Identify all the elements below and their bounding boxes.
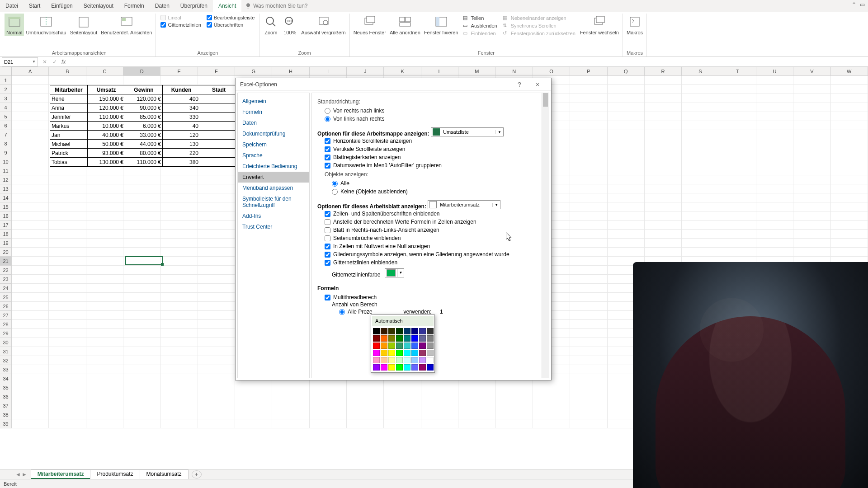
color-swatch[interactable]	[404, 335, 410, 342]
row-header-30[interactable]: 30	[0, 338, 11, 347]
col-header-E[interactable]: E	[160, 67, 198, 75]
row-header-22[interactable]: 22	[0, 266, 11, 275]
check-ws-gridlines[interactable]: Gitternetzlinien einblenden	[317, 258, 543, 267]
color-swatch[interactable]	[427, 364, 434, 371]
tell-me-search[interactable]: Was möchten Sie tun?	[241, 0, 311, 12]
color-swatch[interactable]	[388, 335, 395, 342]
options-side-allgemein[interactable]: Allgemein	[238, 96, 309, 107]
col-header-Q[interactable]: Q	[608, 67, 645, 75]
tab-seitenlayout[interactable]: Seitenlayout	[78, 0, 119, 12]
dialog-help-button[interactable]: ?	[510, 78, 528, 91]
color-swatch[interactable]	[404, 364, 410, 371]
row-header-18[interactable]: 18	[0, 230, 11, 239]
color-swatch[interactable]	[388, 328, 395, 334]
row-header-36[interactable]: 36	[0, 392, 11, 401]
check-ws-zero-values[interactable]: In Zellen mit Nullwert eine Null anzeige…	[317, 242, 543, 250]
color-swatch[interactable]	[419, 350, 426, 356]
tab-formeln[interactable]: Formeln	[119, 0, 150, 12]
col-header-S[interactable]: S	[682, 67, 719, 75]
row-header-17[interactable]: 17	[0, 221, 11, 230]
arrange-all-button[interactable]: Alle anordnen	[388, 14, 422, 36]
options-side-erleichterte-bedienung[interactable]: Erleichterte Bedienung	[238, 161, 309, 172]
row-header-29[interactable]: 29	[0, 329, 11, 338]
color-swatch[interactable]	[381, 343, 387, 349]
check-formula-bar[interactable]: Bearbeitungsleiste	[206, 14, 256, 21]
sheet-prev-icon[interactable]: ◄	[15, 471, 21, 478]
check-autofilter-dates[interactable]: Datumswerte im Menü 'AutoFilter' gruppie…	[317, 161, 543, 169]
color-swatch[interactable]	[396, 357, 403, 363]
row-header-15[interactable]: 15	[0, 202, 11, 211]
check-hscroll[interactable]: Horizontale Scrollleiste anzeigen	[317, 137, 543, 145]
color-swatch[interactable]	[419, 357, 426, 363]
new-window-button[interactable]: Neues Fenster	[352, 14, 388, 36]
select-all-corner[interactable]	[0, 67, 12, 76]
row-header-20[interactable]: 20	[0, 248, 11, 257]
col-header-J[interactable]: J	[347, 67, 384, 75]
options-side-speichern[interactable]: Speichern	[238, 139, 309, 150]
col-header-T[interactable]: T	[719, 67, 756, 75]
options-side-menüband-anpassen[interactable]: Menüband anpassen	[238, 183, 309, 193]
check-headings[interactable]: Überschriften	[206, 22, 256, 28]
options-side-daten[interactable]: Daten	[238, 117, 309, 128]
options-side-erweitert[interactable]: Erweitert	[238, 172, 309, 183]
color-swatch[interactable]	[381, 357, 387, 363]
row-header-21[interactable]: 21	[0, 257, 11, 266]
color-swatch[interactable]	[404, 350, 410, 356]
tab-datei[interactable]: Datei	[0, 0, 24, 12]
row-header-34[interactable]: 34	[0, 374, 11, 383]
col-header-L[interactable]: L	[421, 67, 458, 75]
color-swatch[interactable]	[396, 364, 403, 371]
row-header-35[interactable]: 35	[0, 383, 11, 392]
sheet-next-icon[interactable]: ►	[22, 471, 27, 478]
color-swatch[interactable]	[419, 364, 426, 371]
col-header-C[interactable]: C	[86, 67, 123, 75]
color-swatch[interactable]	[427, 343, 434, 349]
formula-input[interactable]	[67, 57, 868, 66]
name-box[interactable]: D21 ▼	[2, 57, 38, 66]
dropdown-arrow-icon[interactable]: ▼	[397, 269, 404, 277]
color-swatch[interactable]	[373, 343, 380, 349]
row-header-5[interactable]: 5	[0, 112, 11, 121]
color-swatch[interactable]	[411, 343, 418, 349]
color-swatch[interactable]	[419, 335, 426, 342]
row-header-8[interactable]: 8	[0, 139, 11, 148]
col-header-F[interactable]: F	[198, 67, 235, 75]
scrollbar-thumb[interactable]	[543, 93, 548, 107]
color-swatch[interactable]	[427, 350, 434, 356]
check-multithreaded[interactable]: Multithreadberech	[317, 293, 543, 301]
row-header-1[interactable]: 1	[0, 76, 11, 85]
col-header-G[interactable]: G	[235, 67, 272, 75]
color-swatch[interactable]	[411, 328, 418, 334]
row-header-33[interactable]: 33	[0, 365, 11, 374]
radio-direction-ltr[interactable]: Von links nach rechts	[317, 115, 543, 123]
sheet-tab-0[interactable]: Mitarbeiterumsatz	[31, 469, 91, 479]
add-sheet-button[interactable]: +	[192, 470, 202, 479]
window-restore-icon[interactable]: ▭	[859, 1, 865, 7]
check-ws-outline[interactable]: Gliederungssymbole anzeigen, wenn eine G…	[317, 250, 543, 258]
dropdown-arrow-icon[interactable]: ▼	[492, 203, 500, 207]
row-header-7[interactable]: 7	[0, 130, 11, 139]
color-swatch[interactable]	[373, 350, 380, 356]
collapse-ribbon-icon[interactable]: ⌃	[851, 1, 857, 7]
zoom-selection-button[interactable]: Auswahl vergrößern	[299, 14, 347, 36]
row-header-16[interactable]: 16	[0, 211, 11, 221]
color-swatch[interactable]	[396, 350, 403, 356]
row-header-25[interactable]: 25	[0, 293, 11, 302]
split-button[interactable]: ▤Teilen	[462, 14, 498, 21]
row-header-24[interactable]: 24	[0, 284, 11, 293]
col-header-K[interactable]: K	[384, 67, 421, 75]
col-header-V[interactable]: V	[793, 67, 830, 75]
row-header-39[interactable]: 39	[0, 419, 11, 428]
color-swatch[interactable]	[373, 364, 380, 371]
color-swatch[interactable]	[419, 328, 426, 334]
color-swatch[interactable]	[404, 328, 410, 334]
data-table[interactable]: MitarbeiterUmsatzGewinnKundenStadtRene15…	[50, 85, 238, 167]
options-side-dokumentprüfung[interactable]: Dokumentprüfung	[238, 128, 309, 139]
dialog-titlebar[interactable]: Excel-Optionen ? ×	[236, 78, 551, 91]
row-header-27[interactable]: 27	[0, 311, 11, 320]
row-header-13[interactable]: 13	[0, 184, 11, 193]
workbook-combo[interactable]: Umsatzliste ▼	[431, 127, 504, 136]
tab-start[interactable]: Start	[24, 0, 46, 12]
formula-accept-icon[interactable]: ✓	[50, 59, 60, 65]
color-swatch[interactable]	[373, 357, 380, 363]
